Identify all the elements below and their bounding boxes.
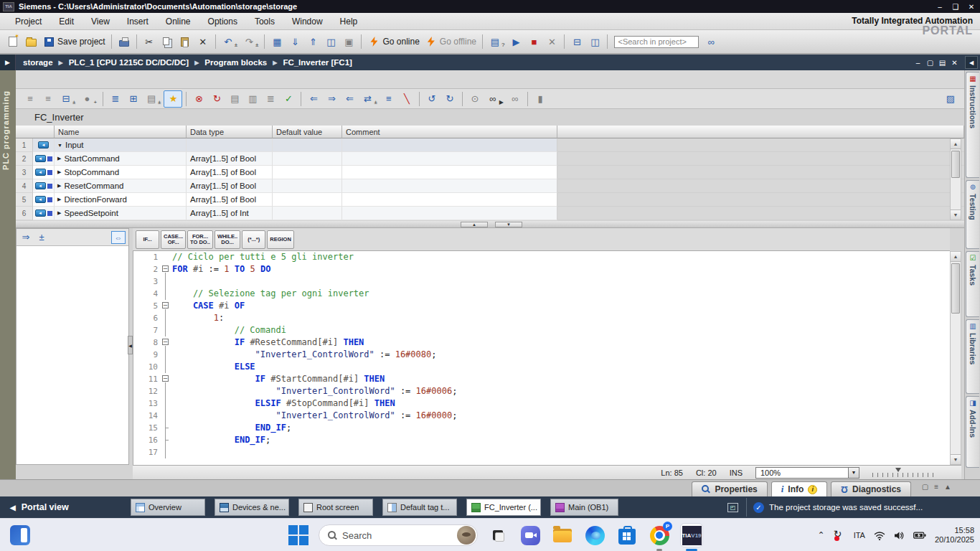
- fold-collapse-icon[interactable]: –: [162, 339, 169, 345]
- default-value-cell[interactable]: [273, 193, 342, 207]
- taskbar-store[interactable]: [616, 524, 639, 547]
- table-row[interactable]: 6◄▶SpeedSetpointArray[1..5] of Int: [16, 207, 964, 220]
- code-line[interactable]: 16END_IF;: [133, 434, 950, 446]
- go-offline-button[interactable]: Go offline: [423, 34, 479, 50]
- comment-cell[interactable]: [342, 207, 557, 220]
- snippet-region[interactable]: REGION: [267, 230, 294, 249]
- breadcrumb-item[interactable]: storage: [23, 58, 53, 67]
- data-type-cell[interactable]: Array[1..5] of Int: [187, 207, 273, 220]
- copy-setpoints-button[interactable]: ≣: [262, 91, 279, 107]
- splitter-up-icon[interactable]: ▲: [461, 222, 488, 227]
- network-navigation-icon[interactable]: ⇒: [19, 231, 32, 244]
- wifi-icon[interactable]: [874, 531, 885, 540]
- code-line[interactable]: 15END_IF;: [133, 422, 950, 434]
- outdent-button[interactable]: ⇐: [305, 91, 322, 107]
- tab-properties[interactable]: Properties: [692, 481, 767, 496]
- pane-splitter[interactable]: ▲ ▼: [16, 221, 964, 228]
- editor-dock-icon[interactable]: ▤: [936, 59, 948, 67]
- find-replace-button[interactable]: ⊙: [466, 91, 484, 107]
- data-type-cell[interactable]: Array[1..5] of Bool: [187, 166, 273, 179]
- open-project-button[interactable]: [22, 34, 39, 50]
- scroll-down-icon[interactable]: ▼: [951, 454, 961, 464]
- start-button[interactable]: [287, 524, 310, 547]
- insert-network-button[interactable]: ≡: [22, 91, 39, 107]
- header-name[interactable]: Name: [55, 126, 187, 138]
- code-line[interactable]: 10ELSE: [133, 361, 950, 373]
- variable-name-cell[interactable]: ▼Input: [55, 138, 187, 152]
- update-block-calls-button[interactable]: ⇄±: [359, 91, 379, 107]
- indent-button[interactable]: ⇒: [323, 91, 340, 107]
- compile-button[interactable]: ▦: [268, 34, 286, 50]
- start-cpu-button[interactable]: ◫: [322, 34, 339, 50]
- taskbar-edge[interactable]: [583, 524, 606, 547]
- taskbar-file-explorer[interactable]: [551, 524, 574, 547]
- cut-button[interactable]: ✂: [141, 34, 158, 50]
- consistency-check-button[interactable]: ✓: [280, 91, 297, 107]
- expand-editor-icon[interactable]: ⇔: [111, 231, 126, 244]
- breadcrumb-item[interactable]: Program blocks: [204, 58, 267, 67]
- test-with-simulation-button[interactable]: ∞▶: [484, 91, 506, 107]
- editor-tab-defaulttagt[interactable]: Default tag t...: [382, 499, 457, 516]
- reset-start-values-button[interactable]: ⊗: [190, 91, 207, 107]
- absolute-operands-button[interactable]: ●+: [78, 91, 99, 107]
- load-start-values-button[interactable]: ↻: [208, 91, 225, 107]
- tray-chevron-icon[interactable]: ⌃: [818, 530, 825, 540]
- editor-close-icon[interactable]: ✕: [948, 59, 961, 67]
- start-simulation-button[interactable]: ▶: [507, 34, 524, 50]
- scroll-thumb[interactable]: [951, 263, 960, 314]
- comment-cell[interactable]: [342, 138, 557, 152]
- save-status-icon[interactable]: ◰: [727, 503, 738, 512]
- data-log-button[interactable]: ▮: [532, 91, 549, 107]
- fold-collapse-icon[interactable]: –: [162, 265, 169, 272]
- language-indicator[interactable]: ITA: [854, 531, 865, 540]
- table-row[interactable]: 3◄▶StopCommandArray[1..5] of Bool: [16, 166, 964, 179]
- table-scrollbar[interactable]: ▲ ▼: [950, 138, 961, 220]
- delete-button[interactable]: ✕: [194, 34, 212, 50]
- comment-cell[interactable]: [342, 152, 557, 166]
- menu-window[interactable]: Window: [284, 14, 331, 29]
- snippet-if[interactable]: IF...: [136, 230, 159, 249]
- data-type-cell[interactable]: [187, 138, 273, 152]
- code-line[interactable]: 9"Inverter1_ControlWord" := 16#0080;: [133, 349, 950, 361]
- scroll-up-icon[interactable]: ▲: [951, 139, 961, 149]
- menu-options[interactable]: Options: [200, 14, 245, 29]
- expand-arrow-icon[interactable]: ▶: [57, 197, 61, 202]
- tab-add-ins[interactable]: ◨Add-Ins: [966, 396, 979, 468]
- code-line[interactable]: 12"Inverter1_ControlWord" := 16#0006;: [133, 385, 950, 397]
- scroll-thumb[interactable]: [951, 151, 960, 178]
- maximize-button[interactable]: ❑: [950, 3, 961, 11]
- volume-icon[interactable]: [894, 531, 905, 540]
- scroll-down-icon[interactable]: ▼: [951, 209, 961, 220]
- taskbar-tia-portal[interactable]: TIAV19: [680, 524, 703, 547]
- table-row[interactable]: 1◄▼Input: [16, 138, 964, 152]
- menu-tools[interactable]: Tools: [247, 14, 283, 29]
- open-all-blocks-button[interactable]: ⊞: [125, 91, 142, 107]
- snapshot-apply-button[interactable]: ▥: [244, 91, 261, 107]
- variable-name-cell[interactable]: ▶StopCommand: [55, 166, 187, 179]
- code-line[interactable]: 2–FOR #i := 1 TO 5 DO: [133, 263, 950, 276]
- taskbar-search[interactable]: Search: [319, 524, 478, 546]
- scroll-track[interactable]: [951, 149, 961, 209]
- collapse-pane-icon[interactable]: ▲: [944, 483, 951, 491]
- go-online-button[interactable]: Go online: [365, 34, 421, 50]
- collapse-right-panel-icon[interactable]: ◀: [965, 56, 978, 69]
- tab-testing[interactable]: ⊚Testing: [966, 180, 979, 249]
- scroll-track[interactable]: [951, 262, 961, 454]
- fold-collapse-icon[interactable]: –: [162, 302, 169, 309]
- zoom-slider[interactable]: [872, 468, 936, 478]
- comment-cell[interactable]: [342, 193, 557, 207]
- code-line[interactable]: 17: [133, 446, 950, 458]
- portal-view-button[interactable]: ◀ Portal view: [0, 502, 69, 512]
- tab-diagnostics[interactable]: Ω Diagnostics: [831, 481, 911, 496]
- fold-collapse-icon[interactable]: –: [162, 375, 169, 382]
- editor-help-icon[interactable]: ▨: [944, 93, 957, 105]
- comment-cell[interactable]: [342, 179, 557, 193]
- editor-minimize-icon[interactable]: –: [912, 59, 924, 67]
- variable-name-cell[interactable]: ▶StartCommand: [55, 152, 187, 166]
- default-value-cell[interactable]: [273, 166, 342, 179]
- code-line[interactable]: 61:: [133, 312, 950, 324]
- code-editor[interactable]: 1// Ciclo per tutti e 5 gli inverter2–FO…: [133, 251, 950, 465]
- insert-segment-button[interactable]: ≡: [39, 91, 57, 107]
- snapshot-copy-button[interactable]: ▤: [226, 91, 243, 107]
- monitor-snapshots-button[interactable]: ▤±: [143, 91, 163, 107]
